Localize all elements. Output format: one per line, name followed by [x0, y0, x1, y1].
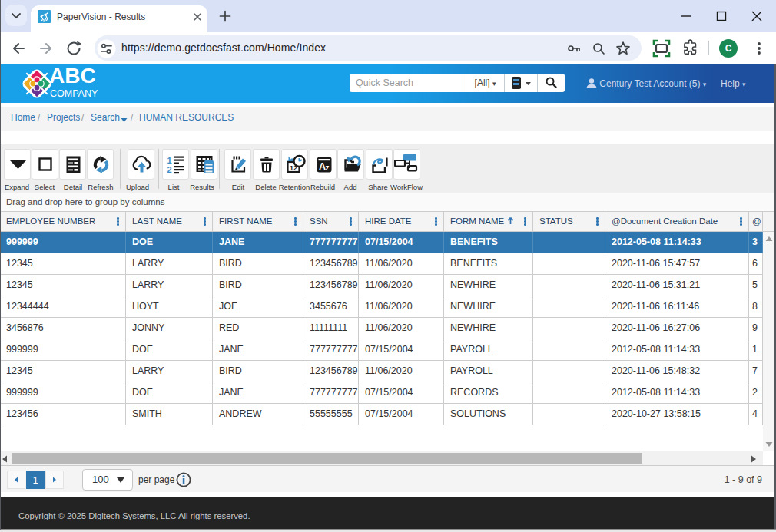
svg-text:1: 1: [167, 156, 172, 165]
svg-text:2: 2: [167, 165, 172, 174]
svg-text:z: z: [326, 164, 330, 172]
